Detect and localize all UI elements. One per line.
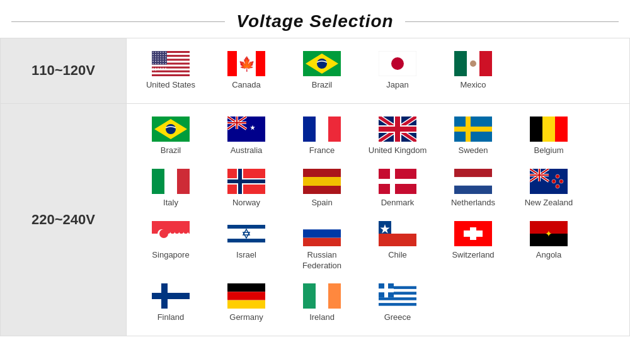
flag-br xyxy=(152,117,190,142)
svg-point-15 xyxy=(155,54,156,55)
country-item: Australia xyxy=(209,113,284,160)
country-item: Ireland xyxy=(284,280,360,327)
svg-point-48 xyxy=(163,65,164,67)
svg-point-21 xyxy=(155,56,156,57)
svg-text:✦✦✦✦✦: ✦✦✦✦✦ xyxy=(168,231,190,237)
svg-rect-104 xyxy=(177,169,190,194)
country-grid-1: Brazil Australia France United Kin xyxy=(133,113,623,327)
country-name: Chile xyxy=(388,250,407,261)
svg-rect-4 xyxy=(152,65,190,67)
country-grid-0: United States 🍁 Canada Brazil Japan Mexi… xyxy=(133,47,623,94)
svg-rect-169 xyxy=(379,300,416,303)
country-name: United Kingdom xyxy=(369,145,427,156)
title-section: Voltage Selection xyxy=(0,0,630,38)
title-line-left xyxy=(11,21,225,22)
svg-point-42 xyxy=(163,63,164,64)
flag-nz xyxy=(530,169,568,194)
country-name: France xyxy=(309,145,335,156)
country-name: Canada xyxy=(232,80,261,91)
country-item: Finland xyxy=(133,280,209,327)
svg-rect-147 xyxy=(379,234,416,246)
svg-rect-143 xyxy=(303,221,341,229)
country-item: ✦✦✦✦✦ Singapore xyxy=(133,217,209,275)
country-item: Sweden xyxy=(435,113,511,160)
country-name: United States xyxy=(146,80,195,91)
flag-ch xyxy=(454,221,492,246)
svg-rect-85 xyxy=(316,117,328,142)
country-item: Belgium xyxy=(511,113,587,160)
svg-point-22 xyxy=(158,56,159,57)
flag-sg: ✦✦✦✦✦ xyxy=(152,221,190,246)
country-item: Spain xyxy=(284,165,360,212)
country-name: Denmark xyxy=(381,198,415,208)
svg-rect-144 xyxy=(303,229,341,237)
country-name: Italy xyxy=(163,198,178,208)
svg-point-44 xyxy=(152,65,154,67)
svg-point-53 xyxy=(160,67,161,69)
svg-rect-84 xyxy=(303,117,316,142)
svg-point-19 xyxy=(165,54,166,55)
svg-rect-160 xyxy=(227,292,265,300)
svg-rect-118 xyxy=(454,177,492,185)
svg-rect-112 xyxy=(303,175,341,177)
country-name: Spain xyxy=(311,198,332,208)
flag-fi xyxy=(152,283,190,309)
svg-point-31 xyxy=(165,59,166,60)
flag-ca: 🍁 xyxy=(227,51,265,76)
flag-gb xyxy=(379,117,416,142)
country-item: Greece xyxy=(360,280,435,327)
svg-point-12 xyxy=(163,52,164,53)
flag-ru xyxy=(303,221,341,246)
flag-br xyxy=(303,51,341,76)
svg-point-29 xyxy=(160,59,161,60)
svg-point-14 xyxy=(152,54,154,55)
svg-point-41 xyxy=(160,63,161,64)
flag-il xyxy=(227,221,265,246)
voltage-label-0: 110~120V xyxy=(1,38,127,104)
svg-point-43 xyxy=(165,63,166,64)
flag-ie xyxy=(303,283,341,309)
svg-rect-60 xyxy=(256,51,265,76)
flag-no xyxy=(227,169,265,194)
svg-rect-59 xyxy=(227,51,237,76)
country-name: Greece xyxy=(384,312,411,323)
country-name: Australia xyxy=(231,145,263,156)
flag-se xyxy=(454,117,492,142)
svg-point-66 xyxy=(391,57,404,70)
flag-be xyxy=(530,117,568,142)
country-name: Sweden xyxy=(459,145,488,156)
svg-rect-6 xyxy=(152,72,190,74)
country-item: Norway xyxy=(209,165,284,212)
svg-point-27 xyxy=(155,59,156,60)
svg-rect-109 xyxy=(227,179,265,183)
title-line-right xyxy=(405,21,619,22)
svg-point-38 xyxy=(152,63,154,64)
voltage-table: 110~120V United States 🍁 Canada Brazil J… xyxy=(0,38,630,336)
country-item: United Kingdom xyxy=(360,113,435,160)
svg-rect-164 xyxy=(328,283,341,309)
country-item: Germany xyxy=(209,280,284,327)
svg-point-46 xyxy=(158,65,159,67)
svg-point-39 xyxy=(155,63,156,64)
country-item: ✦ Angola xyxy=(511,217,587,275)
svg-point-20 xyxy=(152,56,154,57)
svg-rect-69 xyxy=(479,51,492,76)
svg-rect-103 xyxy=(164,169,177,194)
voltage-label-1: 220~240V xyxy=(1,103,127,336)
svg-point-50 xyxy=(152,67,154,69)
svg-point-25 xyxy=(165,56,166,57)
country-item: New Zealand xyxy=(511,165,587,212)
svg-point-49 xyxy=(165,65,166,67)
flag-nl xyxy=(454,169,492,194)
flag-au xyxy=(227,117,265,142)
svg-point-35 xyxy=(160,61,161,62)
page-title: Voltage Selection xyxy=(236,11,393,31)
country-item: Russian Federation xyxy=(284,217,360,275)
svg-point-131 xyxy=(556,185,559,188)
svg-point-37 xyxy=(165,61,166,62)
flag-it xyxy=(152,169,190,194)
svg-point-11 xyxy=(160,52,161,53)
countries-cell-0: United States 🍁 Canada Brazil Japan Mexi… xyxy=(127,38,630,104)
country-item: Japan xyxy=(360,47,435,94)
country-item: Israel xyxy=(209,217,284,275)
